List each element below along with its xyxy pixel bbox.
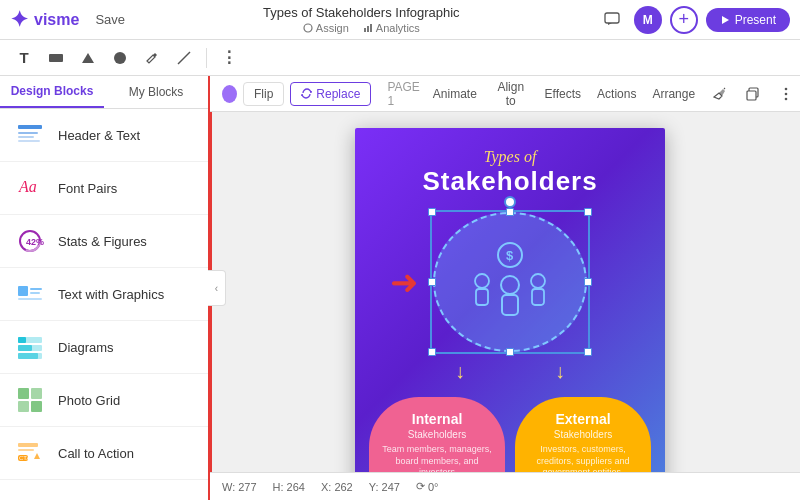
svg-rect-44 (476, 289, 488, 305)
svg-point-40 (784, 97, 787, 100)
effects-button[interactable]: Effects (541, 85, 585, 103)
logo-icon: ✦ (10, 7, 28, 33)
svg-rect-25 (18, 345, 32, 351)
toolbar-separator (206, 48, 207, 68)
top-right: M + Present (598, 6, 790, 34)
more-tools-button[interactable]: ⋮ (215, 44, 243, 72)
line-tool[interactable] (170, 44, 198, 72)
handle-br[interactable] (584, 348, 592, 356)
sidebar-item-label-header-text: Header & Text (58, 128, 140, 143)
svg-point-43 (475, 274, 489, 288)
svg-marker-5 (722, 16, 729, 24)
sidebar-item-label-diagrams: Diagrams (58, 340, 114, 355)
svg-point-47 (531, 274, 545, 288)
handle-bl[interactable] (428, 348, 436, 356)
height-status: H: 264 (273, 481, 305, 493)
external-card-subtitle: Stakeholders (525, 429, 641, 440)
handle-tm[interactable] (506, 208, 514, 216)
svg-rect-33 (18, 449, 34, 451)
red-arrow: ➜ (390, 265, 418, 299)
present-button[interactable]: Present (706, 8, 790, 32)
canvas-toolbar: Flip Replace PAGE 1 Animate Align to Eff… (210, 76, 800, 112)
center-element[interactable]: ➜ (400, 210, 620, 354)
flip-button[interactable]: Flip (243, 82, 284, 106)
handle-mr[interactable] (584, 278, 592, 286)
text-tool[interactable]: T (10, 44, 38, 72)
canvas-scroll[interactable]: Types of Stakeholders ➜ (210, 112, 800, 472)
add-collaborator-button[interactable]: + (670, 6, 698, 34)
circle-tool[interactable] (106, 44, 134, 72)
pen-tool-button[interactable] (707, 80, 732, 108)
animate-button[interactable]: Animate (429, 85, 481, 103)
triangle-tool[interactable] (74, 44, 102, 72)
canvas-page: Types of Stakeholders ➜ (355, 128, 665, 472)
sidebar-item-label-photo-grid: Photo Grid (58, 393, 120, 408)
sidebar-collapse-handle[interactable]: ‹ (208, 270, 226, 306)
selection-box: $ (430, 210, 590, 354)
handle-bm[interactable] (506, 348, 514, 356)
people-illustration: $ (460, 237, 560, 327)
sidebar-item-call-to-action[interactable]: CTA Call to Action (0, 427, 208, 480)
sidebar-item-photo-grid[interactable]: Photo Grid (0, 374, 208, 427)
svg-rect-27 (18, 353, 38, 359)
rotation-status: ⟳ 0° (416, 480, 439, 493)
svg-rect-4 (605, 13, 619, 23)
avatar: M (634, 6, 662, 34)
svg-text:42%: 42% (26, 237, 44, 247)
rotate-handle[interactable] (504, 196, 516, 208)
stakeholders-text: Stakeholders (422, 166, 597, 197)
sidebar-item-header-text[interactable]: Header & Text (0, 109, 208, 162)
pencil-tool[interactable] (138, 44, 166, 72)
logo-text: visme (34, 11, 79, 29)
external-card-body: Investors, customers, creditors, supplie… (525, 444, 641, 472)
sidebar-tabs: Design Blocks My Blocks (0, 76, 208, 109)
svg-line-9 (178, 52, 190, 64)
page-label: PAGE 1 (387, 80, 422, 108)
sidebar-item-stats-figures[interactable]: 42% Stats & Figures (0, 215, 208, 268)
svg-rect-18 (18, 286, 28, 296)
doc-meta: Assign Analytics (303, 22, 420, 34)
arrange-button[interactable]: Arrange (648, 85, 699, 103)
sidebar-item-label-font-pairs: Font Pairs (58, 181, 117, 196)
svg-rect-28 (18, 388, 29, 399)
svg-rect-21 (18, 298, 42, 300)
infographic-title: Types of Stakeholders (422, 128, 597, 202)
align-button[interactable]: Align to (489, 78, 533, 110)
svg-rect-31 (31, 401, 42, 412)
rectangle-tool[interactable] (42, 44, 70, 72)
assign-meta: Assign (303, 22, 349, 34)
save-button[interactable]: Save (95, 12, 125, 27)
svg-text:CTA: CTA (19, 455, 31, 461)
sidebar-item-label-stats: Stats & Figures (58, 234, 147, 249)
width-status: W: 277 (222, 481, 257, 493)
svg-rect-12 (18, 136, 34, 138)
handle-ml[interactable] (428, 278, 436, 286)
tab-design-blocks[interactable]: Design Blocks (0, 76, 104, 108)
more-options-button[interactable] (773, 80, 798, 108)
down-arrow-right: ↓ (555, 360, 565, 383)
svg-rect-30 (18, 401, 29, 412)
replace-button[interactable]: Replace (290, 82, 371, 106)
tab-my-blocks[interactable]: My Blocks (104, 76, 208, 108)
top-bar: ✦ visme Save Types of Stakeholders Infog… (0, 0, 800, 40)
actions-button[interactable]: Actions (593, 85, 640, 103)
handle-tl[interactable] (428, 208, 436, 216)
sidebar-item-diagrams[interactable]: Diagrams (0, 321, 208, 374)
chat-icon-button[interactable] (598, 6, 626, 34)
external-card-title: External (525, 411, 641, 427)
sidebar-item-text-graphics[interactable]: Text with Graphics (0, 268, 208, 321)
svg-text:Aa: Aa (18, 178, 37, 195)
sidebar-item-font-pairs[interactable]: Aa Font Pairs (0, 162, 208, 215)
svg-point-8 (114, 52, 126, 64)
font-icon: Aa (14, 172, 46, 204)
svg-rect-48 (532, 289, 544, 305)
text-graphics-icon (14, 278, 46, 310)
svg-rect-11 (18, 132, 38, 134)
toolbar-row: T ⋮ (0, 40, 800, 76)
svg-rect-2 (367, 26, 369, 32)
copy-button[interactable] (740, 80, 765, 108)
svg-rect-19 (30, 288, 42, 290)
svg-point-38 (784, 87, 787, 90)
svg-rect-6 (49, 54, 63, 62)
handle-tr[interactable] (584, 208, 592, 216)
